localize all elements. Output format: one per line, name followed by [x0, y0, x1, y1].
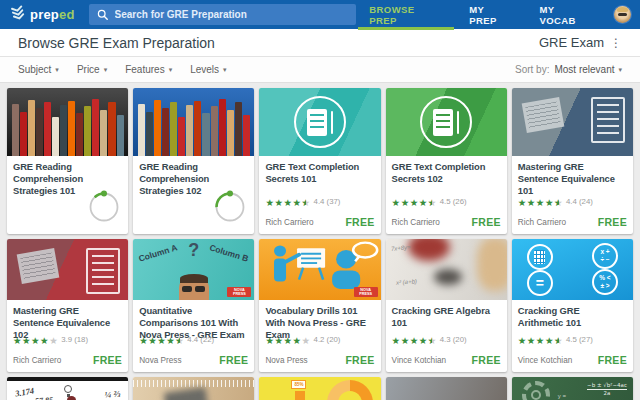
course-grid: GRE Reading Comprehension Strategies 101…	[0, 83, 640, 400]
course-card[interactable]: Mastering GRE Sentence Equivalence 101 ★…	[512, 88, 633, 234]
thumbnail-decoration	[60, 105, 67, 156]
course-card[interactable]	[386, 377, 507, 400]
course-title: GRE Text Completion Secrets 102	[392, 161, 501, 185]
course-card[interactable]: GRE Text Completion Secrets 101 ★★★★★ 4.…	[259, 88, 380, 234]
course-price: FREE	[93, 354, 122, 366]
course-thumbnail	[259, 88, 380, 156]
star-icon: ★	[536, 336, 545, 346]
course-author: Rich Carriero	[392, 218, 440, 227]
nav-my-vocab[interactable]: MY VOCAB	[526, 0, 605, 29]
nova-press-logo: NOVA PRESS	[354, 287, 378, 297]
star-icon: ★	[410, 198, 419, 208]
course-card[interactable]: NOVA PRESS Vocabulary Drills 101 With No…	[259, 239, 380, 372]
course-rating: ★★★★★ 4.5 (27)	[518, 330, 593, 348]
course-author: Rich Carriero	[13, 356, 61, 365]
chalk-formula: y =	[558, 393, 566, 399]
course-card[interactable]: 85%25%	[259, 377, 380, 400]
star-icon: ★	[392, 198, 401, 208]
thumbnail-decoration	[84, 106, 91, 156]
course-thumbnail: −b ± √b²−4ac2ay =	[512, 377, 633, 400]
course-author: Vince Kotchian	[518, 356, 572, 365]
star-icon: ★	[139, 336, 148, 346]
course-card[interactable]: Mastering GRE Sentence Equivalence 102 ★…	[7, 239, 128, 372]
rating-text: 4.4 (37)	[314, 197, 341, 206]
nav-my-prep[interactable]: MY PREP	[456, 0, 526, 29]
document-circle-icon	[420, 96, 472, 148]
course-rating: ★★★★★ 4.2 (20)	[265, 330, 340, 348]
thumbnail-decoration	[117, 115, 124, 156]
document-circle-icon	[294, 96, 346, 148]
course-card[interactable]: Column A?Column BNOVA PRESS Quantitative…	[133, 239, 254, 372]
thumbnail-decoration	[12, 104, 19, 156]
filter-subject[interactable]: Subject▾	[18, 64, 59, 75]
thumbnail-decoration	[76, 113, 83, 156]
thumbnail-decoration	[44, 102, 51, 156]
sort-dropdown[interactable]: Most relevant▾	[554, 64, 622, 75]
course-price: FREE	[472, 354, 501, 366]
star-icon: ★	[40, 336, 49, 346]
brand-text: preped	[30, 7, 75, 22]
course-card[interactable]: GRE Text Completion Secrets 102 ★★★★★ 4.…	[386, 88, 507, 234]
course-card[interactable]: −b ± √b²−4ac2ay =	[512, 377, 633, 400]
course-thumbnail: 85%25%	[259, 377, 380, 400]
lightbulb-doodle	[64, 385, 72, 393]
document-outline-icon	[86, 248, 120, 294]
bookshelf-graphic	[7, 88, 128, 156]
sort-control: Sort by: Most relevant▾	[515, 64, 622, 75]
operators-icon: x + ÷ −	[592, 243, 618, 269]
category-selector[interactable]: GRE Exam ⋮	[539, 35, 622, 50]
thumbnail-decoration	[100, 110, 107, 156]
top-nav: BROWSE PREP MY PREP MY VOCAB	[356, 0, 632, 29]
course-price: FREE	[472, 216, 501, 228]
thumbnail-decoration	[170, 102, 177, 156]
course-author: Rich Carriero	[265, 218, 313, 227]
progress-ring-icon	[87, 190, 121, 224]
star-icon: ★	[554, 336, 563, 346]
filter-levels[interactable]: Levels▾	[190, 64, 226, 75]
search-input[interactable]	[115, 9, 349, 20]
course-title: GRE Text Completion Secrets 101	[265, 161, 374, 185]
thumbnail-decoration	[227, 110, 234, 156]
paper-graphic	[521, 97, 564, 133]
kebab-menu-icon[interactable]: ⋮	[610, 37, 622, 49]
course-author: Nova Press	[265, 356, 307, 365]
course-card[interactable]: GRE Reading Comprehension Strategies 101	[7, 88, 128, 234]
course-card[interactable]: 7x+8y=x² (a+b) Cracking GRE Algebra 101 …	[386, 239, 507, 372]
star-icon: ★	[527, 198, 536, 208]
progress-ring-icon	[213, 190, 247, 224]
rating-text: 4.4 (22)	[187, 335, 214, 344]
course-thumbnail: x + ÷ −=% < ± >	[512, 239, 633, 300]
course-card[interactable]: GRE Reading Comprehension Strategies 102	[133, 88, 254, 234]
course-card[interactable]	[133, 377, 254, 400]
chalk-formula: −b ± √b²−4ac2a	[587, 382, 627, 396]
course-card[interactable]: 3.17457.85¼ ⅔	[7, 377, 128, 400]
thumbnail-decoration	[92, 99, 99, 156]
nav-browse-prep[interactable]: BROWSE PREP	[356, 0, 456, 29]
fractions-text: ¼ ⅔	[104, 389, 120, 399]
course-thumbnail	[133, 377, 254, 400]
star-icon: ★	[175, 336, 184, 346]
course-thumbnail	[386, 377, 507, 400]
star-icon: ★	[401, 336, 410, 346]
thumbnail-decoration	[534, 250, 545, 264]
star-icon: ★	[410, 336, 419, 346]
thumbnail-decoration	[186, 105, 193, 156]
filter-price[interactable]: Price▾	[77, 64, 107, 75]
course-card[interactable]: x + ÷ −=% < ± > Cracking GRE Arithmetic …	[512, 239, 633, 372]
course-rating: ★★★★★ 4.4 (37)	[265, 192, 340, 210]
rating-text: 4.3 (20)	[440, 335, 467, 344]
thumbnail-decoration	[307, 109, 327, 136]
course-progress	[87, 190, 121, 228]
percent-tag: 85%	[291, 380, 306, 389]
preped-logo[interactable]: preped	[10, 5, 75, 25]
star-icon: ★	[401, 198, 410, 208]
thumbnail-decoration	[68, 101, 75, 156]
star-icon: ★	[49, 336, 58, 346]
star-icon: ★	[31, 336, 40, 346]
star-icon: ★	[292, 336, 301, 346]
star-icon: ★	[13, 336, 22, 346]
course-price: FREE	[345, 216, 374, 228]
filter-features[interactable]: Features▾	[125, 64, 172, 75]
user-avatar[interactable]	[613, 5, 632, 24]
search-bar[interactable]	[89, 4, 357, 25]
